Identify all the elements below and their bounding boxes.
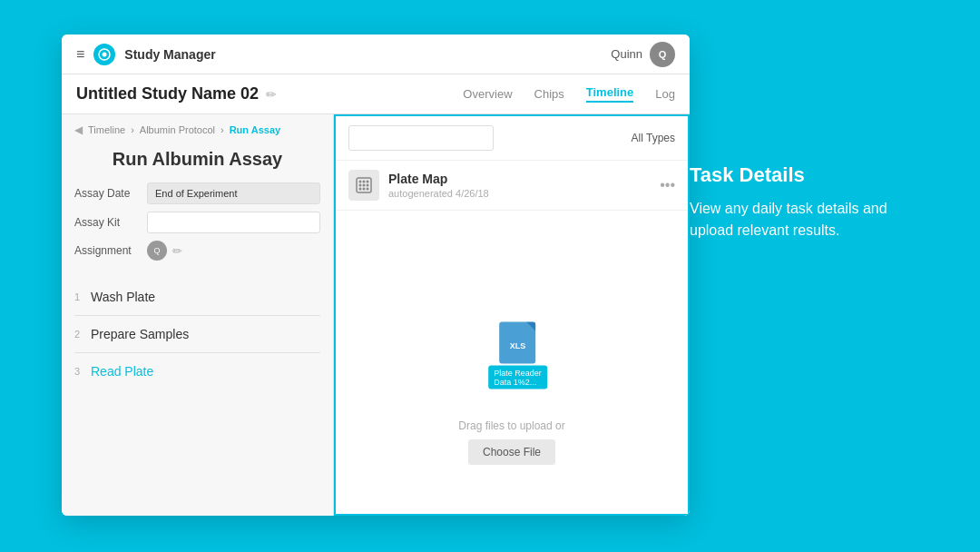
svg-point-4	[363, 181, 366, 183]
nav-chips[interactable]: Chips	[534, 87, 564, 101]
file-icon: XLS	[499, 322, 535, 364]
left-panel: ◀ Timeline › Albumin Protocol › Run Assa…	[62, 114, 334, 516]
assay-date-label: Assay Date	[74, 187, 147, 200]
study-name: Untitled Study Name 02	[76, 84, 259, 104]
plate-map-info: Plate Map autogenerated 4/26/18	[388, 172, 660, 199]
nav-overview[interactable]: Overview	[463, 87, 512, 101]
top-bar: ≡ Study Manager Quinn Q	[62, 34, 690, 74]
assignment-edit-icon[interactable]: ✏	[172, 244, 182, 258]
svg-point-11	[367, 188, 369, 191]
svg-point-10	[363, 188, 366, 191]
svg-point-8	[367, 184, 369, 187]
breadcrumb-timeline[interactable]: Timeline	[88, 124, 125, 135]
file-dragged-indicator: XLS Plate ReaderData 1%2...	[488, 322, 547, 389]
top-bar-left: ≡ Study Manager	[76, 44, 216, 65]
plate-map-item[interactable]: Plate Map autogenerated 4/26/18 •••	[336, 161, 688, 211]
breadcrumb-sep-2: ›	[220, 124, 224, 135]
svg-point-6	[359, 184, 362, 187]
task-number-3: 3	[74, 366, 91, 377]
task-name-wash-plate: Wash Plate	[91, 290, 155, 304]
info-panel-description: View any daily task details and upload r…	[690, 198, 907, 242]
hamburger-icon[interactable]: ≡	[76, 46, 84, 63]
svg-point-5	[367, 181, 369, 183]
assay-date-input[interactable]	[147, 182, 320, 204]
plate-map-subtitle: autogenerated 4/26/18	[388, 188, 660, 199]
nav-log[interactable]: Log	[655, 87, 675, 101]
breadcrumb-back-icon[interactable]: ◀	[74, 123, 83, 136]
assay-kit-label: Assay Kit	[74, 216, 147, 229]
assay-kit-row: Assay Kit	[74, 212, 320, 233]
user-avatar: Q	[650, 42, 675, 67]
assignment-avatar: Q	[147, 241, 167, 261]
svg-point-7	[363, 184, 366, 187]
app-logo	[93, 44, 115, 65]
task-name-prepare-samples: Prepare Samples	[91, 327, 189, 341]
info-panel-title: Task Details	[690, 163, 907, 187]
task-list: 1 Wash Plate 2 Prepare Samples 3 Read Pl…	[62, 279, 333, 516]
breadcrumb-albumin-protocol[interactable]: Albumin Protocol	[140, 124, 215, 135]
plate-map-name: Plate Map	[388, 172, 660, 186]
drag-files-text: Drag files to upload or	[336, 419, 688, 432]
app-window: ≡ Study Manager Quinn Q Untitled Study N…	[62, 34, 690, 516]
user-name-label: Quinn	[611, 47, 642, 61]
info-panel: Task Details View any daily task details…	[690, 163, 907, 242]
svg-point-1	[103, 52, 107, 56]
app-title-label: Study Manager	[124, 47, 215, 62]
nav-timeline[interactable]: Timeline	[586, 85, 634, 103]
study-nav: Overview Chips Timeline Log	[463, 85, 675, 103]
assignment-label: Assignment	[74, 244, 147, 257]
task-item-read-plate[interactable]: 3 Read Plate	[74, 353, 320, 389]
drop-zone[interactable]: XLS Plate ReaderData 1%2... Drag files t…	[336, 211, 688, 514]
task-item-wash-plate[interactable]: 1 Wash Plate	[74, 279, 320, 316]
assay-kit-input[interactable]	[147, 212, 320, 233]
study-title-bar: Untitled Study Name 02 ✏ Overview Chips …	[62, 74, 690, 114]
svg-point-3	[359, 181, 362, 183]
task-name-read-plate: Read Plate	[91, 364, 153, 379]
file-tooltip: Plate ReaderData 1%2...	[488, 366, 547, 389]
breadcrumb-sep-1: ›	[131, 124, 134, 135]
breadcrumb-run-assay[interactable]: Run Assay	[230, 124, 280, 135]
svg-point-9	[359, 188, 362, 191]
task-number-1: 1	[74, 291, 91, 302]
plate-map-icon	[348, 170, 379, 201]
task-item-prepare-samples[interactable]: 2 Prepare Samples	[74, 316, 320, 353]
content-area: ◀ Timeline › Albumin Protocol › Run Assa…	[62, 114, 690, 516]
filter-label: All Types	[632, 132, 675, 144]
choose-file-button[interactable]: Choose File	[468, 439, 555, 465]
right-search-input[interactable]	[348, 125, 494, 151]
task-number-2: 2	[74, 329, 91, 340]
plate-map-menu-icon[interactable]: •••	[660, 177, 675, 193]
edit-study-name-icon[interactable]: ✏	[266, 87, 277, 102]
form-fields: Assay Date Assay Kit Assignment Q ✏	[62, 182, 333, 279]
file-icon-content: XLS	[510, 340, 526, 350]
right-toolbar: All Types	[336, 116, 688, 161]
assignment-value: Q ✏	[147, 241, 182, 261]
assay-title: Run Albumin Assay	[62, 142, 333, 182]
assay-date-row: Assay Date	[74, 182, 320, 204]
right-panel: All Types	[334, 114, 690, 516]
top-bar-right: Quinn Q	[611, 42, 675, 67]
assignment-row: Assignment Q ✏	[74, 241, 320, 261]
breadcrumb: ◀ Timeline › Albumin Protocol › Run Assa…	[62, 114, 333, 142]
